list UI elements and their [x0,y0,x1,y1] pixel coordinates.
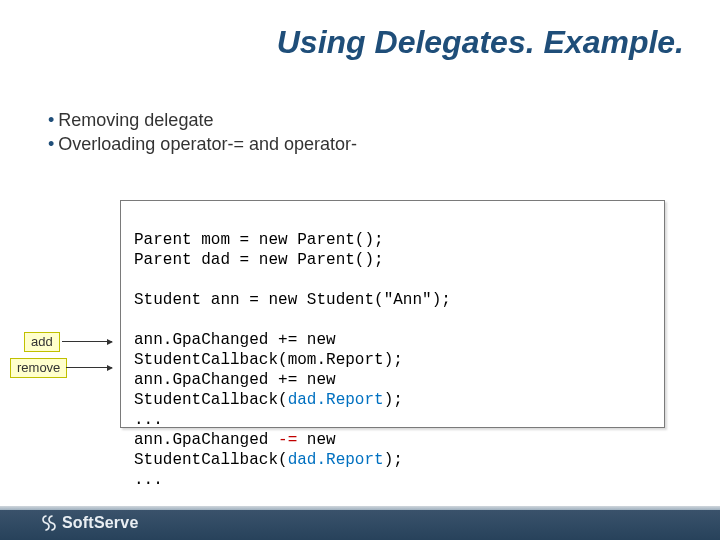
code-area: Parent mom = new Parent(); Parent dad = … [120,200,665,428]
footer-lip [0,506,720,510]
code-l11b: -= [278,431,297,449]
slide-title: Using Delegates. Example. [230,24,684,61]
code-l12b: dad.Report [288,451,384,469]
code-l10: ... [134,411,163,429]
code-l12c: ); [384,451,403,469]
bullet-2: •Overloading operator-= and operator- [48,132,357,156]
bullet-2-text: Overloading operator-= and operator- [58,134,357,154]
code-l11a: ann.GpaChanged [134,431,278,449]
code-l9c: ); [384,391,403,409]
code-l4: Student ann = new Student("Ann"); [134,291,451,309]
brand-mark-icon [40,514,58,532]
bullet-1-text: Removing delegate [58,110,213,130]
code-l7: StudentCallback(mom.Report); [134,351,403,369]
code-l12a: StudentCallback( [134,451,288,469]
code-l6: ann.GpaChanged += new [134,331,336,349]
arrow-remove [66,367,112,368]
tag-add: add [24,332,60,352]
code-l1: Parent mom = new Parent(); [134,231,384,249]
bullet-list: •Removing delegate •Overloading operator… [48,108,357,157]
brand-name: SoftServe [62,514,139,532]
code-l2: Parent dad = new Parent(); [134,251,384,269]
footer-bar: SoftServe [0,510,720,540]
brand-logo: SoftServe [40,514,139,532]
tag-remove: remove [10,358,67,378]
code-l9a: StudentCallback( [134,391,288,409]
code-l13: ... [134,471,163,489]
code-block: Parent mom = new Parent(); Parent dad = … [120,200,465,500]
code-l8: ann.GpaChanged += new [134,371,336,389]
bullet-1: •Removing delegate [48,108,357,132]
code-l11c: new [297,431,335,449]
arrow-add [62,341,112,342]
code-l9b: dad.Report [288,391,384,409]
